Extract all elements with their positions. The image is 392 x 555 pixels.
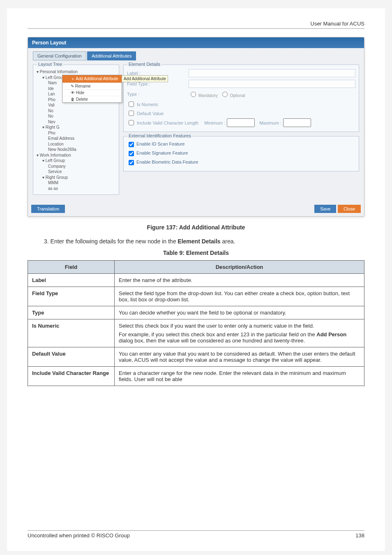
type-label: Type : [127, 92, 189, 97]
window-title: Person Layout [28, 37, 364, 48]
tree-item[interactable]: Company [37, 164, 115, 169]
minimum-label: Minimum : [204, 120, 225, 125]
translation-button[interactable]: Translation [31, 205, 65, 213]
table-title: Table 9: Element Details [28, 250, 364, 256]
save-button[interactable]: Save [314, 205, 336, 213]
mandatory-label: Mandatory [198, 93, 218, 98]
idscan-checkbox[interactable] [129, 142, 134, 147]
idscan-label: Enable ID Scan Feature [136, 141, 184, 146]
tree-right-group[interactable]: ▾ Right G [37, 125, 115, 130]
table-row: Label Enter the name of the attribute. [28, 274, 364, 287]
tree-work-info[interactable]: ▾ Work Information [37, 153, 115, 158]
tab-bar: General Configuration Additional Attribu… [33, 51, 359, 60]
ctx-hide[interactable]: 👁 Hide [62, 90, 122, 96]
close-button[interactable]: Close [338, 205, 361, 213]
tree-item[interactable]: Vali [37, 102, 115, 108]
includevalid-label: Include Valid Character Length [137, 120, 198, 125]
minimum-input[interactable] [227, 118, 255, 127]
includevalid-checkbox[interactable] [129, 120, 134, 125]
header-manual-title: User Manual for ACUS [28, 21, 364, 29]
defaultvalue-label: Default Value [137, 111, 164, 116]
tab-general[interactable]: General Configuration [33, 51, 86, 60]
signature-label: Enable Signature Feature [136, 150, 188, 155]
label-input[interactable] [189, 69, 355, 77]
tree-item[interactable]: Pho [37, 130, 115, 136]
element-details-table: Field Description/Action Label Enter the… [28, 260, 364, 386]
hide-icon: 👁 [71, 90, 75, 95]
radio-mandatory[interactable] [191, 92, 196, 97]
context-menu: ＋ Add Additional Attribute Add Additiona… [62, 75, 122, 103]
table-row: Is Numeric Select this check box if you … [28, 319, 364, 347]
page-number: 138 [355, 532, 364, 539]
tree-item[interactable]: MMM [37, 180, 115, 186]
ctx-rename[interactable]: ✎ Rename [62, 83, 122, 90]
tree-item[interactable]: Nev [37, 119, 115, 125]
radio-optional[interactable] [222, 92, 228, 97]
biometric-label: Enable Biometric Data Feature [136, 160, 198, 164]
tree-personal-info[interactable]: ▾ Personal Information [37, 69, 115, 75]
tree-right-group2[interactable]: ▾ Right Group [37, 175, 115, 180]
table-row: Default Value You can enter any value th… [28, 347, 364, 367]
isnumeric-label: Is Numeric [137, 102, 159, 107]
tree-item[interactable]: No [37, 108, 115, 114]
plus-icon: ＋ [71, 76, 75, 81]
th-description: Description/Action [115, 261, 364, 274]
element-details-title: Element Details [127, 62, 162, 67]
tree-item[interactable]: as as [37, 186, 115, 192]
maximum-label: Maximum : [259, 120, 281, 125]
maximum-input[interactable] [283, 118, 311, 127]
external-title: External Identification Features [127, 133, 193, 138]
ctx-delete[interactable]: 🗑 Delete [62, 96, 122, 102]
tree-left-group2[interactable]: ▾ Left Group [37, 158, 115, 164]
footer-left: Uncontrolled when printed © RISCO Group [28, 532, 130, 539]
optional-label: Optional [230, 93, 245, 98]
th-field: Field [28, 261, 115, 274]
delete-icon: 🗑 [71, 97, 75, 102]
signature-checkbox[interactable] [129, 151, 134, 156]
tab-additional[interactable]: Additional Attributes [87, 51, 136, 60]
biometric-checkbox[interactable] [129, 160, 134, 165]
fieldtype-input[interactable] [189, 80, 355, 88]
layout-tree-title: Layout Tree [37, 62, 64, 67]
screenshot-person-layout: Person Layout General Configuration Addi… [28, 37, 364, 217]
step-text: 3. Enter the following details for the n… [44, 238, 364, 245]
figure-caption: Figure 137: Add Additional Attribute [28, 224, 364, 231]
ctx-add-additional[interactable]: ＋ Add Additional Attribute Add Additiona… [62, 75, 122, 83]
tree-item[interactable]: Service [37, 169, 115, 175]
isnumeric-checkbox[interactable] [129, 102, 134, 107]
table-row: Include Valid Character Range Enter a ch… [28, 367, 364, 386]
tree-item[interactable]: No [37, 113, 115, 119]
rename-icon: ✎ [71, 84, 74, 88]
tree-item[interactable]: New Node269a [37, 147, 115, 153]
table-row: Field Type Select the field type from th… [28, 287, 364, 306]
tree-item[interactable]: Location [37, 141, 115, 147]
defaultvalue-checkbox[interactable] [129, 111, 134, 116]
tree-item[interactable]: Email Address [37, 136, 115, 141]
ctx-tooltip: Add Additional Attribute [122, 75, 168, 82]
table-row: Type You can decide whether you want the… [28, 306, 364, 319]
